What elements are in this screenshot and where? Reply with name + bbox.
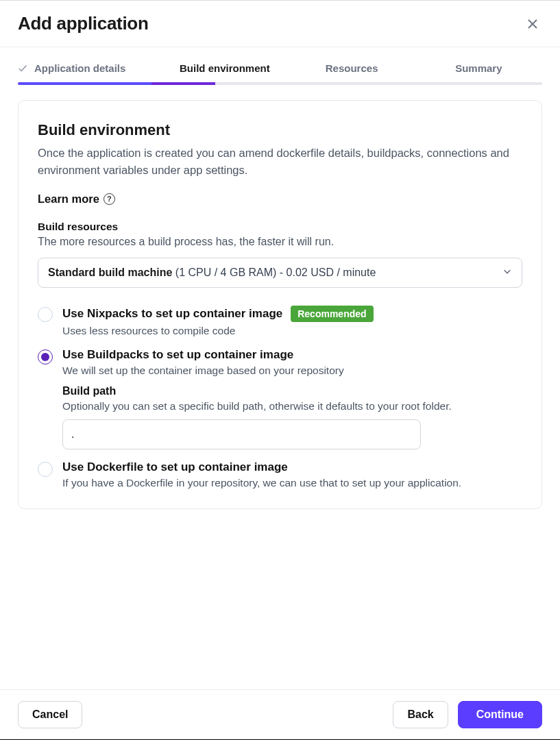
modal-header: Add application — [0, 1, 560, 47]
build-resources-label: Build resources — [38, 221, 522, 233]
build-machine-selected: Standard build machine (1 CPU / 4 GB RAM… — [48, 267, 376, 279]
step-label: Application details — [34, 62, 125, 74]
option-title: Use Dockerfile to set up container image — [62, 460, 288, 474]
build-method-options: Use Nixpacks to set up container image R… — [38, 306, 522, 489]
option-title: Use Buildpacks to set up container image — [62, 348, 293, 362]
learn-more-link[interactable]: Learn more ? — [38, 193, 115, 206]
close-button[interactable] — [523, 14, 542, 34]
footer: Cancel Back Continue — [0, 689, 560, 739]
option-title: Use Nixpacks to set up container image — [62, 307, 282, 321]
radio-dockerfile[interactable] — [38, 462, 53, 477]
step-label: Summary — [455, 62, 502, 74]
build-resources-description: The more resources a build process has, … — [38, 236, 522, 248]
step-summary[interactable]: Summary — [415, 62, 542, 82]
step-build-environment[interactable]: Build environment — [161, 62, 288, 82]
app-root: Add application Application details Buil… — [0, 0, 560, 740]
step-label: Build environment — [180, 62, 270, 74]
build-path-input[interactable] — [62, 419, 421, 449]
option-body: Use Nixpacks to set up container image R… — [62, 306, 522, 337]
radio-nixpacks[interactable] — [38, 307, 53, 322]
build-path-description: Optionally you can set a specific build … — [62, 400, 522, 412]
step-resources[interactable]: Resources — [289, 62, 415, 82]
option-buildpacks: Use Buildpacks to set up container image… — [38, 348, 522, 449]
card-heading: Build environment — [38, 121, 522, 139]
option-nixpacks: Use Nixpacks to set up container image R… — [38, 306, 522, 337]
step-application-details[interactable]: Application details — [18, 62, 161, 82]
stepper: Application details Build environment Re… — [0, 47, 560, 82]
build-machine-name: Standard build machine — [48, 267, 172, 278]
build-machine-detail: (1 CPU / 4 GB RAM) - 0.02 USD / minute — [172, 267, 376, 278]
content-area: Build environment Once the application i… — [0, 85, 560, 689]
footer-right: Back Continue — [393, 701, 542, 728]
learn-more-label: Learn more — [38, 193, 99, 206]
check-icon — [18, 64, 27, 75]
option-description: If you have a Dockerfile in your reposit… — [62, 477, 522, 489]
build-environment-card: Build environment Once the application i… — [18, 100, 542, 509]
cancel-button[interactable]: Cancel — [18, 701, 82, 728]
recommended-badge: Recommended — [291, 306, 373, 322]
continue-button[interactable]: Continue — [458, 701, 542, 728]
option-description: We will set up the container image based… — [62, 365, 522, 377]
option-dockerfile: Use Dockerfile to set up container image… — [38, 460, 522, 489]
help-icon: ? — [104, 193, 115, 205]
option-body: Use Dockerfile to set up container image… — [62, 460, 522, 489]
option-description: Uses less resources to compile code — [62, 325, 522, 337]
card-description: Once the application is created you can … — [38, 145, 522, 179]
close-icon — [528, 19, 537, 29]
build-machine-select[interactable]: Standard build machine (1 CPU / 4 GB RAM… — [38, 258, 522, 288]
build-path-section: Build path Optionally you can set a spec… — [62, 385, 522, 449]
modal-title: Add application — [18, 13, 149, 34]
radio-buildpacks[interactable] — [38, 349, 53, 365]
build-path-label: Build path — [62, 385, 522, 397]
option-body: Use Buildpacks to set up container image… — [62, 348, 522, 449]
chevron-down-icon — [502, 267, 512, 279]
step-label: Resources — [326, 62, 378, 74]
back-button[interactable]: Back — [393, 701, 448, 728]
